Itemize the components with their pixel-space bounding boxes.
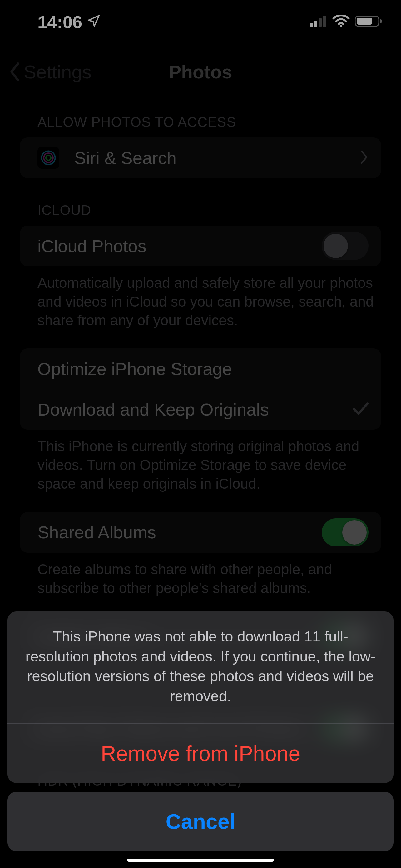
action-sheet: This iPhone was not able to download 11 … bbox=[7, 612, 394, 851]
home-indicator[interactable] bbox=[127, 859, 274, 862]
action-sheet-message: This iPhone was not able to download 11 … bbox=[7, 612, 394, 724]
cancel-button[interactable]: Cancel bbox=[7, 792, 394, 851]
remove-from-iphone-button[interactable]: Remove from iPhone bbox=[7, 724, 394, 783]
